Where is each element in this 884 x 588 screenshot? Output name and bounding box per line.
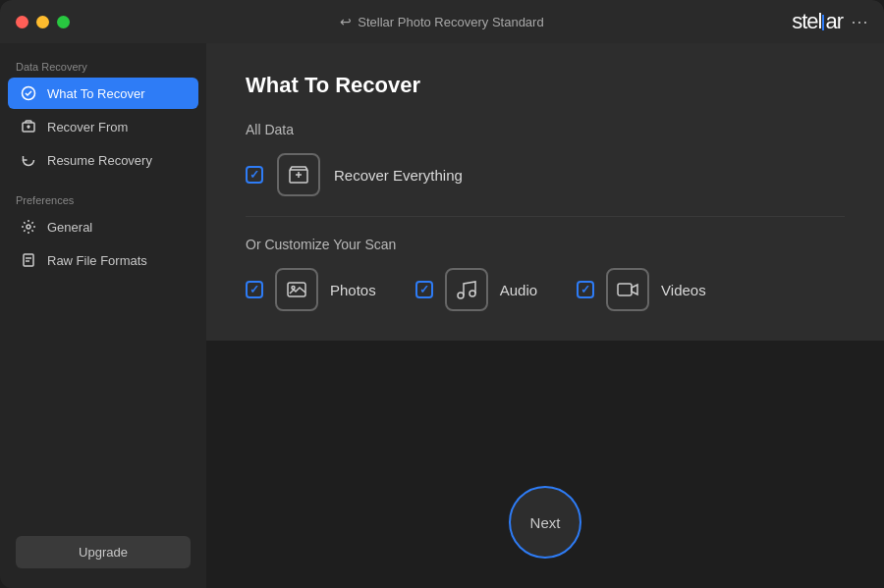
svg-point-5 <box>292 287 295 290</box>
photos-checkbox[interactable] <box>246 281 263 298</box>
svg-point-6 <box>458 293 464 298</box>
sidebar-item-general[interactable]: General <box>8 211 198 242</box>
titlebar: ↩ Stellar Photo Recovery Standard stelar… <box>0 0 884 43</box>
titlebar-title: ↩ Stellar Photo Recovery Standard <box>340 14 543 29</box>
customize-section: Or Customize Your Scan Photos <box>246 237 845 311</box>
recover-everything-icon <box>277 153 320 196</box>
videos-checkbox[interactable] <box>577 281 594 298</box>
content-wrapper: What To Recover All Data Recover Everyth… <box>206 43 884 588</box>
main-layout: Data Recovery What To Recover Recover Fr… <box>0 43 884 588</box>
customize-label: Or Customize Your Scan <box>246 237 845 252</box>
recover-everything-checkbox[interactable] <box>246 166 263 184</box>
audio-label: Audio <box>500 282 537 298</box>
svg-point-7 <box>470 291 475 296</box>
sidebar-item-resume-recovery[interactable]: Resume Recovery <box>8 144 198 176</box>
brand-logo: stelar <box>792 9 843 34</box>
sidebar: Data Recovery What To Recover Recover Fr… <box>0 43 206 588</box>
back-icon: ↩ <box>340 14 352 29</box>
all-data-label: All Data <box>246 122 845 137</box>
resume-recovery-label: Resume Recovery <box>47 153 152 168</box>
menu-icon[interactable]: ⋯ <box>851 11 868 32</box>
content-area: What To Recover All Data Recover Everyth… <box>206 43 884 341</box>
photos-item: Photos <box>246 268 376 311</box>
videos-item: Videos <box>577 268 706 311</box>
svg-rect-8 <box>618 284 632 295</box>
audio-icon <box>445 268 488 311</box>
recover-everything-row: Recover Everything <box>246 153 845 196</box>
what-to-recover-icon <box>20 84 37 102</box>
next-button[interactable]: Next <box>509 486 581 559</box>
raw-file-formats-label: Raw File Formats <box>47 253 147 268</box>
recover-from-label: Recover From <box>47 120 128 134</box>
preferences-section-label: Preferences <box>0 188 206 210</box>
upgrade-button[interactable]: Upgrade <box>16 536 191 568</box>
app-title: Stellar Photo Recovery Standard <box>358 15 543 29</box>
general-label: General <box>47 220 92 235</box>
raw-file-formats-icon <box>20 251 37 269</box>
recover-from-icon <box>20 118 37 135</box>
resume-recovery-icon <box>20 151 37 169</box>
videos-icon <box>606 268 649 311</box>
sidebar-item-raw-file-formats[interactable]: Raw File Formats <box>8 244 198 276</box>
maximize-button[interactable] <box>57 16 70 28</box>
general-icon <box>20 218 37 236</box>
minimize-button[interactable] <box>36 16 49 28</box>
what-to-recover-label: What To Recover <box>47 86 144 101</box>
data-recovery-section-label: Data Recovery <box>0 55 206 77</box>
titlebar-brand: stelar ⋯ <box>792 9 868 34</box>
photos-label: Photos <box>330 282 376 298</box>
divider <box>246 216 845 217</box>
traffic-lights <box>16 16 70 28</box>
close-button[interactable] <box>16 16 28 28</box>
sidebar-item-recover-from[interactable]: Recover From <box>8 111 198 142</box>
customize-row: Photos Audio <box>246 268 845 311</box>
sidebar-item-what-to-recover[interactable]: What To Recover <box>8 78 198 109</box>
audio-checkbox[interactable] <box>415 281 433 298</box>
svg-rect-3 <box>24 254 33 266</box>
svg-point-2 <box>27 225 30 229</box>
next-button-area: Next <box>509 486 581 559</box>
videos-label: Videos <box>661 282 706 298</box>
recover-everything-label: Recover Everything <box>334 167 463 184</box>
audio-item: Audio <box>415 268 537 311</box>
page-title: What To Recover <box>246 73 845 98</box>
photos-icon <box>275 268 318 311</box>
